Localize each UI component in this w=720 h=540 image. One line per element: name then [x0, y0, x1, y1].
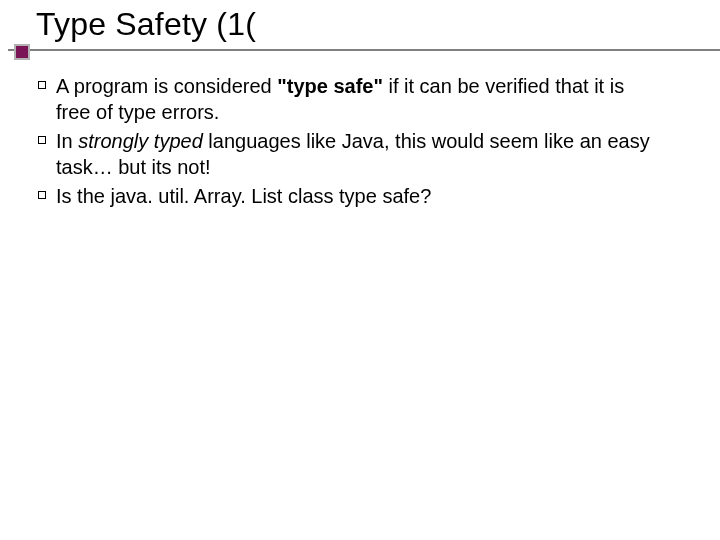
title-underline — [8, 49, 720, 51]
slide-title: Type Safety (1( — [0, 6, 720, 49]
list-item: In strongly typed languages like Java, t… — [44, 129, 660, 180]
title-area: Type Safety (1( — [0, 6, 720, 51]
text-emph: "type safe" — [277, 75, 383, 97]
bullet-icon — [38, 81, 46, 89]
bullet-icon — [38, 191, 46, 199]
list-item: Is the java. util. Array. List class typ… — [44, 184, 660, 210]
bullet-icon — [38, 136, 46, 144]
slide: Type Safety (1( A program is considered … — [0, 0, 720, 540]
text-pre: In — [56, 130, 78, 152]
text-pre: A program is considered — [56, 75, 277, 97]
corner-square-icon — [14, 44, 30, 60]
text-pre: Is the java. util. Array. List class typ… — [56, 185, 431, 207]
text-emph: strongly typed — [78, 130, 203, 152]
body-text: A program is considered "type safe" if i… — [44, 74, 660, 214]
list-item: A program is considered "type safe" if i… — [44, 74, 660, 125]
